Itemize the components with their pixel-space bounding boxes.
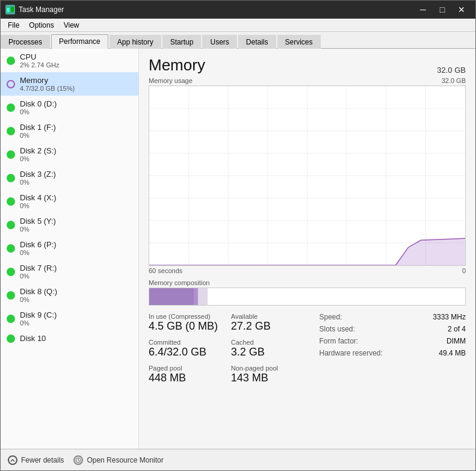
disk8-detail: 0% — [20, 296, 57, 303]
menu-options[interactable]: Options — [24, 20, 58, 31]
available-label: Available — [231, 313, 308, 320]
sidebar-item-disk4[interactable]: Disk 4 (X:) 0% — [1, 189, 138, 213]
disk10-status-dot — [7, 334, 15, 343]
paged-pool-value: 448 MB — [149, 372, 225, 384]
disk8-label: Disk 8 (Q:) — [20, 287, 57, 296]
disk2-status-dot — [7, 150, 15, 159]
comp-in-use — [149, 288, 194, 305]
available-value: 27.2 GB — [231, 320, 308, 333]
chart-zero-label: 0 — [462, 267, 466, 274]
paged-pool-label: Paged pool — [149, 365, 225, 372]
stats-grid: In use (Compressed) 4.5 GB (0 MB) Availa… — [149, 313, 466, 384]
disk7-label: Disk 7 (R:) — [20, 263, 57, 272]
disk1-detail: 0% — [20, 132, 56, 139]
tab-startup[interactable]: Startup — [162, 35, 202, 49]
chart-svg — [149, 86, 465, 265]
footer: Fewer details Open Resource Monitor — [1, 449, 475, 470]
cpu-label: CPU — [20, 52, 59, 61]
in-use-value: 4.5 GB (0 MB) — [149, 320, 225, 333]
disk7-status-dot — [7, 268, 15, 276]
sidebar-item-disk6[interactable]: Disk 6 (P:) 0% — [1, 236, 138, 260]
committed-label: Committed — [149, 339, 225, 346]
sidebar-item-disk3[interactable]: Disk 3 (Z:) 0% — [1, 166, 138, 189]
tab-processes[interactable]: Processes — [1, 35, 50, 49]
close-button[interactable]: ✕ — [453, 4, 471, 16]
speed-value: 3333 MHz — [433, 313, 466, 321]
minimize-button[interactable]: ─ — [414, 4, 432, 16]
disk3-label: Disk 3 (Z:) — [20, 170, 56, 179]
composition-label: Memory composition — [149, 279, 466, 286]
memory-chart-section: Memory usage 32.0 GB — [149, 77, 466, 274]
chart-usage-label: Memory usage — [149, 77, 193, 84]
app-icon — [5, 5, 15, 14]
disk6-status-dot — [7, 244, 15, 253]
sidebar-item-disk5[interactable]: Disk 5 (Y:) 0% — [1, 213, 138, 236]
disk2-label: Disk 2 (S:) — [20, 146, 57, 155]
fewer-details-button[interactable]: Fewer details — [8, 455, 64, 465]
disk10-label: Disk 10 — [20, 334, 46, 343]
tab-bar: Processes Performance App history Startu… — [1, 32, 475, 49]
composition-bar — [149, 288, 466, 306]
form-value: DIMM — [447, 337, 466, 345]
cpu-status-dot — [7, 57, 15, 65]
disk7-detail: 0% — [20, 272, 57, 280]
stat-cached: Cached 3.2 GB — [231, 339, 308, 359]
title-bar-left: Task Manager — [5, 5, 64, 14]
form-label: Form factor: — [320, 337, 359, 345]
maximize-button[interactable]: □ — [433, 4, 451, 16]
sidebar-item-disk8[interactable]: Disk 8 (Q:) 0% — [1, 283, 138, 307]
sidebar-item-memory[interactable]: Memory 4.7/32.0 GB (15%) — [1, 72, 138, 96]
menu-view[interactable]: View — [59, 20, 84, 31]
hw-reserved-label: Hardware reserved: — [320, 349, 383, 357]
disk0-status-dot — [7, 103, 15, 112]
title-bar-controls: ─ □ ✕ — [414, 4, 471, 16]
chart-max-label: 32.0 GB — [442, 77, 466, 84]
stat-in-use: In use (Compressed) 4.5 GB (0 MB) — [149, 313, 225, 333]
sidebar-item-disk9[interactable]: Disk 9 (C:) 0% — [1, 307, 138, 330]
hw-reserved-value: 49.4 MB — [439, 349, 466, 357]
disk4-detail: 0% — [20, 202, 57, 209]
memory-status-dot — [7, 80, 15, 88]
cached-value: 3.2 GB — [231, 346, 308, 359]
disk9-status-dot — [7, 315, 15, 323]
sidebar-item-disk10[interactable]: Disk 10 — [1, 330, 138, 346]
disk5-label: Disk 5 (Y:) — [20, 217, 56, 226]
disk1-label: Disk 1 (F:) — [20, 123, 56, 132]
non-paged-pool-label: Non-paged pool — [231, 365, 308, 372]
cached-label: Cached — [231, 339, 308, 346]
fewer-details-icon — [8, 455, 17, 465]
task-manager-window: Task Manager ─ □ ✕ File Options View Pro… — [0, 0, 476, 471]
svg-line-21 — [78, 460, 79, 461]
stats-left: In use (Compressed) 4.5 GB (0 MB) Availa… — [149, 313, 308, 384]
comp-standby — [198, 288, 208, 305]
disk5-detail: 0% — [20, 226, 56, 233]
disk6-label: Disk 6 (P:) — [20, 240, 57, 249]
resource-monitor-icon — [73, 455, 83, 465]
fewer-details-label: Fewer details — [21, 456, 64, 464]
disk0-detail: 0% — [20, 108, 57, 115]
open-resource-monitor-button[interactable]: Open Resource Monitor — [73, 455, 163, 465]
menu-file[interactable]: File — [3, 20, 24, 31]
disk4-status-dot — [7, 197, 15, 206]
tab-details[interactable]: Details — [238, 35, 276, 49]
resource-monitor-label: Open Resource Monitor — [87, 456, 163, 464]
sidebar-item-cpu[interactable]: CPU 2% 2.74 GHz — [1, 49, 138, 72]
stat-paged-pool: Paged pool 448 MB — [149, 365, 225, 384]
tab-services[interactable]: Services — [277, 35, 321, 49]
disk8-status-dot — [7, 291, 15, 300]
slots-value: 2 of 4 — [448, 325, 466, 333]
tab-app-history[interactable]: App history — [110, 35, 161, 49]
sidebar-item-disk1[interactable]: Disk 1 (F:) 0% — [1, 119, 138, 143]
sidebar-item-disk7[interactable]: Disk 7 (R:) 0% — [1, 260, 138, 283]
committed-value: 6.4/32.0 GB — [149, 346, 225, 359]
disk5-status-dot — [7, 221, 15, 229]
tab-users[interactable]: Users — [202, 35, 236, 49]
sidebar-item-disk2[interactable]: Disk 2 (S:) 0% — [1, 143, 138, 166]
window-title: Task Manager — [19, 5, 64, 14]
sidebar-item-disk0[interactable]: Disk 0 (D:) 0% — [1, 96, 138, 119]
menu-bar: File Options View — [1, 19, 475, 32]
svg-rect-1 — [11, 7, 14, 12]
tab-performance[interactable]: Performance — [51, 34, 108, 49]
slots-label: Slots used: — [320, 325, 355, 333]
comp-free — [208, 288, 465, 305]
